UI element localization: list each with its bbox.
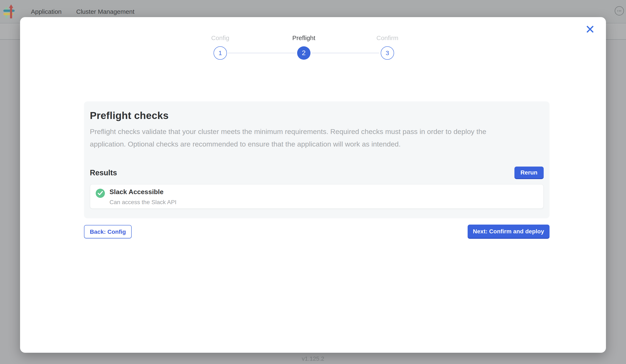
check-detail: Can access the Slack API	[110, 199, 177, 205]
step-circle[interactable]: 2	[297, 46, 311, 60]
step-label: Confirm	[346, 34, 429, 42]
app-viewport: Application Cluster Management v1.125.2 …	[0, 0, 626, 364]
next-button[interactable]: Next: Confirm and deploy	[468, 225, 549, 239]
ellipsis-dot	[618, 10, 618, 12]
preflight-panel: Preflight checks Preflight checks valida…	[84, 101, 549, 218]
check-pass-icon	[96, 189, 105, 198]
step-preflight: Preflight 2	[262, 34, 346, 60]
app-version-label: v1.125.2	[0, 355, 626, 362]
deploy-wizard-modal: Config 1 Preflight 2 Confirm 3 Preflight…	[20, 17, 606, 353]
nav-tab-application[interactable]: Application	[31, 8, 62, 15]
panel-title: Preflight checks	[90, 110, 544, 122]
close-icon[interactable]	[585, 24, 595, 35]
results-heading: Results	[90, 168, 117, 177]
results-header-row: Results Rerun	[90, 166, 544, 179]
ellipsis-dot	[619, 10, 620, 12]
app-logo-icon	[3, 4, 15, 18]
step-label: Config	[178, 34, 262, 42]
back-button[interactable]: Back: Config	[84, 225, 132, 238]
rerun-button[interactable]: Rerun	[514, 166, 544, 179]
wizard-actions: Back: Config Next: Confirm and deploy	[84, 225, 549, 239]
step-confirm: Confirm 3	[346, 34, 429, 60]
panel-description: Preflight checks validate that your clus…	[90, 126, 502, 151]
step-circle[interactable]: 3	[381, 46, 394, 60]
ellipsis-menu-icon[interactable]	[615, 6, 624, 15]
check-name: Slack Accessible	[110, 187, 177, 197]
preflight-check-row: Slack Accessible Can access the Slack AP…	[90, 184, 544, 209]
check-text: Slack Accessible Can access the Slack AP…	[110, 187, 177, 205]
wizard-stepper: Config 1 Preflight 2 Confirm 3	[178, 34, 429, 61]
step-label: Preflight	[262, 34, 346, 42]
step-config: Config 1	[178, 34, 262, 60]
nav-tab-cluster-management[interactable]: Cluster Management	[76, 8, 134, 15]
ellipsis-dot	[621, 10, 621, 12]
step-circle[interactable]: 1	[214, 46, 227, 60]
